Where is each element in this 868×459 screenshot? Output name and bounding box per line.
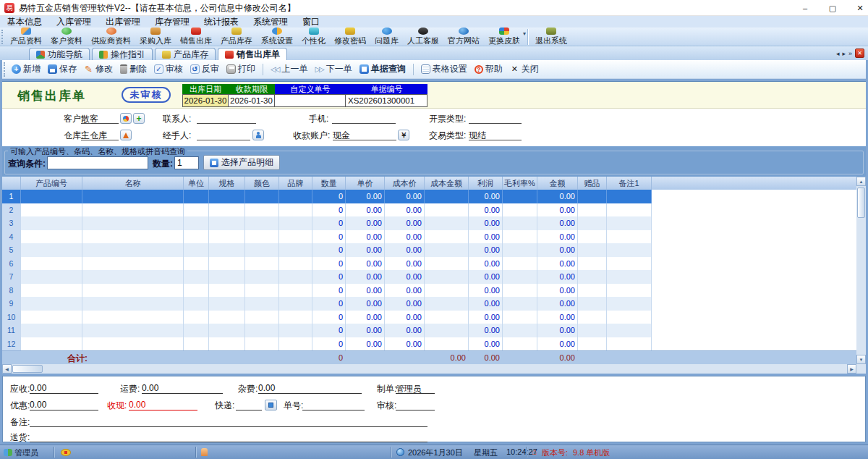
- cell-cost_amount[interactable]: [425, 216, 469, 230]
- cell-code[interactable]: [21, 324, 82, 337]
- tab-sales-outbound-order[interactable]: 销售出库单: [218, 48, 287, 60]
- cell-color[interactable]: [245, 190, 279, 203]
- change-skin-button[interactable]: 更换皮肤▾: [484, 28, 524, 46]
- supplier-data-button[interactable]: 供应商资料: [87, 28, 135, 46]
- cell-gift[interactable]: [578, 297, 607, 311]
- cell-code[interactable]: [21, 230, 82, 244]
- column-header-margin[interactable]: 毛利率%: [503, 177, 537, 190]
- cell-note1[interactable]: [607, 270, 652, 284]
- cell-code[interactable]: [21, 243, 82, 257]
- phone-field[interactable]: [332, 113, 396, 124]
- cell-cost[interactable]: 0.00: [385, 203, 425, 217]
- personalize-button[interactable]: 个性化: [297, 28, 330, 46]
- cell-unit[interactable]: [184, 311, 209, 324]
- sales-outbound-button[interactable]: 销售出库: [176, 28, 216, 46]
- cell-note1[interactable]: [607, 311, 652, 324]
- cell-qty[interactable]: 0: [312, 311, 346, 324]
- cell-code[interactable]: [21, 216, 82, 230]
- table-row[interactable]: 700.000.000.000.00: [2, 270, 652, 284]
- discount-field[interactable]: 0.00: [30, 400, 98, 410]
- column-header-price[interactable]: 单价: [346, 177, 385, 190]
- cell-spec[interactable]: [209, 203, 245, 217]
- cell-rownum[interactable]: 12: [2, 337, 21, 351]
- cell-rownum[interactable]: 5: [2, 243, 21, 257]
- payment-account-field[interactable]: 现金: [333, 130, 396, 140]
- cell-margin[interactable]: [503, 190, 537, 203]
- column-header-gift[interactable]: 赠品: [578, 177, 607, 190]
- cell-spec[interactable]: [209, 311, 245, 324]
- cell-profit[interactable]: 0.00: [469, 216, 503, 230]
- cell-cost[interactable]: 0.00: [385, 337, 425, 351]
- cell-price[interactable]: 0.00: [346, 190, 385, 203]
- table-row[interactable]: 300.000.000.000.00: [2, 216, 652, 230]
- maximize-button[interactable]: ▢: [825, 0, 841, 16]
- cell-rownum[interactable]: 6: [2, 257, 21, 271]
- cell-gift[interactable]: [578, 311, 607, 324]
- cell-code[interactable]: [21, 284, 82, 298]
- cell-cost_amount[interactable]: [425, 270, 469, 284]
- cell-brand[interactable]: [279, 190, 312, 203]
- cell-amount[interactable]: 0.00: [537, 203, 578, 217]
- cell-cost[interactable]: 0.00: [385, 190, 425, 203]
- cell-cost_amount[interactable]: [425, 203, 469, 217]
- cell-cost[interactable]: 0.00: [385, 311, 425, 324]
- cell-cost_amount[interactable]: [425, 243, 469, 257]
- horizontal-scrollbar[interactable]: ◀ ▶: [2, 364, 856, 374]
- handler-lookup-button[interactable]: [252, 130, 264, 140]
- cell-gift[interactable]: [578, 243, 607, 257]
- horizontal-scroll-thumb[interactable]: [12, 365, 43, 373]
- cell-name[interactable]: [82, 243, 184, 257]
- cell-brand[interactable]: [279, 297, 312, 311]
- column-header-brand[interactable]: 品牌: [279, 177, 312, 190]
- cell-profit[interactable]: 0.00: [469, 203, 503, 217]
- cell-unit[interactable]: [184, 284, 209, 298]
- cell-rownum[interactable]: 1: [2, 190, 21, 203]
- scroll-up-icon[interactable]: ▲: [856, 177, 866, 186]
- trade-type-field[interactable]: 现结: [469, 130, 522, 140]
- customer-service-button[interactable]: 人工客服: [403, 28, 443, 46]
- menu-outbound[interactable]: 出库管理: [98, 16, 148, 28]
- cell-rownum[interactable]: 11: [2, 324, 21, 337]
- cell-note1[interactable]: [607, 203, 652, 217]
- official-website-button[interactable]: 官方网站: [443, 28, 484, 46]
- cell-unit[interactable]: [184, 190, 209, 203]
- cell-qty[interactable]: 0: [312, 243, 346, 257]
- table-row[interactable]: 200.000.000.000.00: [2, 203, 652, 217]
- cell-color[interactable]: [245, 216, 279, 230]
- cell-code[interactable]: [21, 203, 82, 217]
- cell-unit[interactable]: [184, 297, 209, 311]
- cell-brand[interactable]: [279, 284, 312, 298]
- cell-qty[interactable]: 0: [312, 190, 346, 203]
- cell-amount[interactable]: 0.00: [537, 337, 578, 351]
- order-number-field[interactable]: XS202601300001: [345, 94, 427, 107]
- column-header-color[interactable]: 颜色: [245, 177, 279, 190]
- cell-qty[interactable]: 0: [312, 284, 346, 298]
- cell-spec[interactable]: [209, 270, 245, 284]
- cell-gift[interactable]: [578, 324, 607, 337]
- cell-unit[interactable]: [184, 230, 209, 244]
- scroll-left-icon[interactable]: ◀: [2, 364, 12, 374]
- cell-profit[interactable]: 0.00: [469, 257, 503, 271]
- cell-qty[interactable]: 0: [312, 230, 346, 244]
- column-header-name[interactable]: 名称: [82, 177, 184, 190]
- cell-color[interactable]: [245, 257, 279, 271]
- cell-margin[interactable]: [503, 230, 537, 244]
- purchase-inbound-button[interactable]: 采购入库: [135, 28, 176, 46]
- cell-margin[interactable]: [503, 337, 537, 351]
- tab-scroll-right-icon[interactable]: ▸: [842, 50, 846, 57]
- cell-brand[interactable]: [279, 257, 312, 271]
- vertical-scroll-thumb[interactable]: [857, 188, 865, 218]
- cell-cost_amount[interactable]: [425, 190, 469, 203]
- cell-cost_amount[interactable]: [425, 337, 469, 351]
- cell-rownum[interactable]: 8: [2, 284, 21, 298]
- cell-name[interactable]: [82, 337, 184, 351]
- cell-qty[interactable]: 0: [312, 337, 346, 351]
- system-settings-button[interactable]: 系统设置: [257, 28, 297, 46]
- column-header-cost_amount[interactable]: 成本金额: [425, 177, 469, 190]
- cell-code[interactable]: [21, 257, 82, 271]
- cell-amount[interactable]: 0.00: [537, 324, 578, 337]
- cell-gift[interactable]: [578, 190, 607, 203]
- table-row[interactable]: 1100.000.000.000.00: [2, 324, 652, 337]
- question-bank-button[interactable]: 问题库: [370, 28, 403, 46]
- cell-amount[interactable]: 0.00: [537, 311, 578, 324]
